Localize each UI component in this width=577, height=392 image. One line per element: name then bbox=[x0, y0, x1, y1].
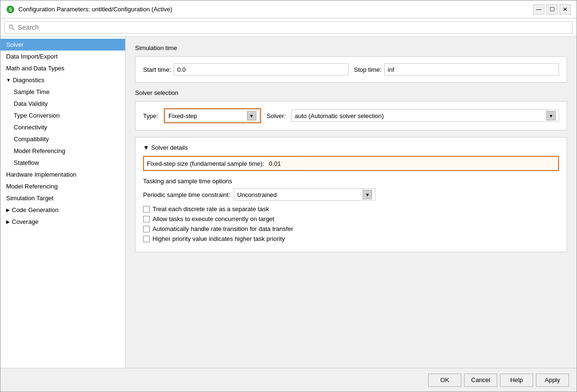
sidebar-item-code-generation[interactable]: ▶ Code Generation bbox=[0, 204, 125, 216]
start-time-input[interactable] bbox=[174, 63, 348, 76]
bottom-bar: OK Cancel Help Apply bbox=[0, 368, 577, 392]
minimize-button[interactable]: — bbox=[533, 4, 544, 15]
solver-select-value: auto (Automatic solver selection) bbox=[295, 112, 544, 119]
chevron-down-icon: ▼ bbox=[6, 77, 11, 83]
checkbox-row-3: Automatically handle rate transition for… bbox=[143, 225, 559, 232]
checkbox-row-1: Treat each discrete rate as a separate t… bbox=[143, 205, 559, 213]
sidebar: Solver Data Import/Export Math and Data … bbox=[0, 37, 126, 368]
type-label: Type: bbox=[143, 112, 158, 119]
close-button[interactable]: ✕ bbox=[560, 4, 571, 15]
checkbox-higher-priority[interactable] bbox=[143, 236, 150, 242]
ok-button[interactable]: OK bbox=[428, 374, 461, 387]
content-area: Simulation time Start time: Stop time: S… bbox=[126, 37, 577, 368]
solver-details-panel: ▼ Solver details Fixed-step size (fundam… bbox=[135, 137, 567, 252]
sidebar-item-diagnostics[interactable]: ▼ Diagnostics bbox=[0, 74, 125, 86]
tasking-label: Tasking and sample time options bbox=[143, 178, 559, 185]
checkbox-concurrent[interactable] bbox=[143, 216, 150, 222]
sidebar-item-simulation-target[interactable]: Simulation Target bbox=[0, 192, 125, 204]
solver-selection-label: Solver selection bbox=[135, 89, 567, 96]
window-title: Configuration Parameters: untitled/Confi… bbox=[18, 6, 172, 13]
fixed-step-spacer bbox=[300, 158, 555, 169]
sidebar-item-compatibility[interactable]: Compatibility bbox=[0, 133, 125, 145]
simulation-time-row: Start time: Stop time: bbox=[143, 63, 559, 76]
chevron-down-solver-icon: ▼ bbox=[143, 144, 149, 151]
periodic-label: Periodic sample time constraint: bbox=[143, 191, 230, 198]
solver-details-label: Solver details bbox=[151, 144, 188, 151]
simulation-time-panel: Start time: Stop time: bbox=[135, 56, 567, 83]
search-bar bbox=[0, 18, 577, 37]
periodic-value: Unconstrained bbox=[237, 191, 361, 198]
fixed-step-label: Fixed-step size (fundamental sample time… bbox=[147, 160, 264, 167]
maximize-button[interactable]: ☐ bbox=[546, 4, 558, 15]
checkbox-rate-transition[interactable] bbox=[143, 226, 150, 232]
svg-text:S: S bbox=[9, 7, 12, 12]
help-button[interactable]: Help bbox=[500, 374, 533, 387]
sidebar-item-hardware-implementation[interactable]: Hardware Implementation bbox=[0, 169, 125, 180]
checkbox-row-2: Allow tasks to execute concurrently on t… bbox=[143, 215, 559, 222]
solver-select-arrow[interactable]: ▼ bbox=[546, 111, 556, 120]
stop-time-input[interactable] bbox=[384, 63, 559, 76]
window-controls: — ☐ ✕ bbox=[533, 4, 571, 15]
periodic-row: Periodic sample time constraint: Unconst… bbox=[143, 188, 559, 201]
checkbox-label-3: Automatically handle rate transition for… bbox=[153, 225, 293, 232]
cancel-button[interactable]: Cancel bbox=[464, 374, 497, 387]
main-window: S Configuration Parameters: untitled/Con… bbox=[0, 0, 577, 392]
app-icon: S bbox=[6, 5, 15, 14]
solver-label: Solver: bbox=[267, 112, 286, 119]
periodic-select-arrow[interactable]: ▼ bbox=[363, 190, 372, 199]
stop-time-label: Stop time: bbox=[354, 66, 382, 73]
start-time-label: Start time: bbox=[143, 66, 171, 73]
title-bar: S Configuration Parameters: untitled/Con… bbox=[0, 0, 577, 18]
type-select-highlight: Fixed-step ▼ bbox=[164, 108, 261, 123]
type-select[interactable]: Fixed-step ▼ bbox=[165, 110, 260, 122]
title-bar-left: S Configuration Parameters: untitled/Con… bbox=[6, 5, 172, 14]
solver-selection-row: Type: Fixed-step ▼ Solver: auto (Automat… bbox=[143, 108, 559, 123]
sidebar-item-solver[interactable]: Solver bbox=[0, 39, 125, 51]
search-wrapper bbox=[4, 21, 573, 34]
sidebar-item-stateflow[interactable]: Stateflow bbox=[0, 157, 125, 169]
start-time-group: Start time: bbox=[143, 63, 348, 76]
search-icon bbox=[8, 24, 15, 31]
sidebar-item-connectivity[interactable]: Connectivity bbox=[0, 121, 125, 133]
periodic-select[interactable]: Unconstrained ▼ bbox=[234, 188, 375, 201]
fixed-step-row: Fixed-step size (fundamental sample time… bbox=[143, 156, 559, 171]
fixed-step-input[interactable] bbox=[267, 159, 300, 168]
stop-time-group: Stop time: bbox=[354, 63, 560, 76]
sidebar-item-data-validity[interactable]: Data Validity bbox=[0, 98, 125, 110]
sidebar-item-sample-time[interactable]: Sample Time bbox=[0, 86, 125, 98]
svg-line-3 bbox=[12, 28, 14, 30]
type-select-arrow[interactable]: ▼ bbox=[247, 111, 256, 120]
apply-button[interactable]: Apply bbox=[536, 374, 569, 387]
sidebar-item-type-conversion[interactable]: Type Conversion bbox=[0, 110, 125, 121]
checkbox-label-1: Treat each discrete rate as a separate t… bbox=[153, 205, 269, 213]
tasking-section: Tasking and sample time options Periodic… bbox=[143, 178, 559, 242]
sidebar-item-coverage[interactable]: ▶ Coverage bbox=[0, 216, 125, 228]
type-select-value: Fixed-step bbox=[169, 112, 245, 119]
simulation-time-label: Simulation time bbox=[135, 44, 567, 51]
checkbox-discrete-rate[interactable] bbox=[143, 206, 150, 213]
checkbox-label-2: Allow tasks to execute concurrently on t… bbox=[153, 215, 274, 222]
sidebar-item-math-data-types[interactable]: Math and Data Types bbox=[0, 62, 125, 74]
sidebar-item-data-import-export[interactable]: Data Import/Export bbox=[0, 51, 125, 62]
chevron-right-icon: ▶ bbox=[6, 207, 10, 213]
search-input[interactable] bbox=[18, 24, 569, 31]
solver-select[interactable]: auto (Automatic solver selection) ▼ bbox=[291, 110, 559, 122]
sidebar-item-model-referencing-sub[interactable]: Model Referencing bbox=[0, 145, 125, 157]
main-content: Solver Data Import/Export Math and Data … bbox=[0, 37, 577, 368]
svg-point-2 bbox=[9, 25, 13, 29]
sidebar-item-model-referencing[interactable]: Model Referencing bbox=[0, 180, 125, 192]
chevron-right-icon2: ▶ bbox=[6, 219, 10, 224]
solver-selection-panel: Type: Fixed-step ▼ Solver: auto (Automat… bbox=[135, 101, 567, 130]
solver-details-header: ▼ Solver details bbox=[143, 144, 559, 151]
checkbox-row-4: Higher priority value indicates higher t… bbox=[143, 235, 559, 242]
checkbox-label-4: Higher priority value indicates higher t… bbox=[153, 235, 285, 242]
